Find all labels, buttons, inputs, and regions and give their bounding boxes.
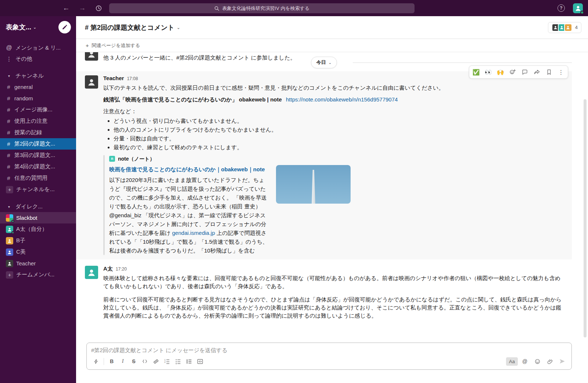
channel-item-questions[interactable]: #任意の質問用 [0,172,76,184]
channel-item-session2-active[interactable]: #第2回の課題文... [0,138,76,150]
add-channel-button[interactable]: +チャンネルを... [0,184,76,195]
slack-app: ← → 表象文化論特殊研究演習IV 内を検索する ? 表象文... ⌄ [0,0,588,383]
message-timestamp[interactable]: 17:08 [127,75,138,83]
channel-members-button[interactable]: 4 [548,22,581,33]
dm-section-header[interactable]: ▾ ダイレク... [0,201,76,212]
date-pill[interactable]: 今日 ⌄ [311,57,337,68]
history-clock-icon[interactable] [94,4,103,12]
channel-item-session3[interactable]: #第3回の課題文... [0,150,76,161]
reference-url-link[interactable]: https://note.com/obakeweb/n/n156d9577907… [286,96,398,103]
notes-label: 注意点など： [103,107,564,115]
dm-item-bko[interactable]: B子 [0,235,76,246]
at-icon: @ [6,44,12,51]
channel-title[interactable]: # 第2回の課題文献とコメント [85,23,175,32]
workspace-header[interactable]: 表象文... ⌄ [0,16,76,37]
strikethrough-button[interactable]: S [128,356,139,366]
code-block-button[interactable] [194,356,205,366]
avatar [6,248,13,256]
dots-vertical-icon: ⋮ [6,56,12,62]
sidebar-item-mentions[interactable]: @ メンション & リ... [0,42,76,53]
back-icon[interactable]: ← [62,4,71,12]
channel-item-session4[interactable]: #第4回の課題文... [0,161,76,172]
reference-line: 銭清弘「映画を倍速で見ることのなにがわるいのか」 obakeweb | note… [103,96,564,104]
card-inline-link[interactable]: gendai.ismedia.jp [172,230,215,236]
presence-indicator [11,231,14,234]
dm-label: Teacher [16,260,36,266]
bold-button[interactable]: B [106,356,117,366]
message-text: 以下のテキストを読んで、次回授業日の前日までに感想・疑問・意見・批判などのコメン… [103,84,564,92]
share-message-button[interactable] [531,67,543,78]
ordered-list-button[interactable]: 12 [161,356,172,366]
reply-thread-button[interactable] [519,67,531,78]
chevron-down-icon: ▾ [6,205,12,209]
avatar[interactable] [85,52,98,61]
chevron-down-icon: ⌄ [329,61,331,65]
message-ata: A太 17:20 映画体験として総称される様々な要素には、回復可能であるものと回… [76,261,572,323]
workspace-name[interactable]: 表象文... [6,23,31,32]
mention-button[interactable]: @ [519,356,530,366]
user-avatar[interactable] [573,3,583,13]
forward-icon[interactable]: → [78,4,87,12]
channel-item-general[interactable]: #general [0,81,76,93]
reference-title: 銭清弘「映画を倍速で見ることのなにがわるいのか」 obakeweb | note [103,96,282,103]
sidebar-item-label: その他 [15,56,32,62]
presence-indicator [11,220,14,223]
attach-file-button[interactable] [544,356,555,366]
plus-icon: + [86,42,89,49]
more-actions-button[interactable]: ⋮ [555,67,567,78]
dm-item-ata[interactable]: A太（自分） [0,223,76,235]
hash-icon: # [6,141,11,147]
message-input[interactable] [91,347,567,353]
avatar[interactable] [85,266,98,279]
blockquote-button[interactable] [183,356,194,366]
add-page-button[interactable]: + 関連ページを追加する [76,39,588,52]
quick-reaction-check[interactable]: ✅ [470,67,482,78]
link-button[interactable] [150,356,161,366]
formatting-toggle-button[interactable]: Aa [506,357,518,366]
toolbar-divider [104,358,104,365]
scrollbar[interactable] [584,99,587,337]
channel-label: 第3回の課題文... [14,152,55,159]
dm-label: B子 [16,237,25,244]
add-reaction-button[interactable] [506,67,519,78]
dm-item-teacher[interactable]: Teacher [0,258,76,269]
channel-item-class-records[interactable]: #授業の記録 [0,127,76,138]
shortcuts-lightning-icon[interactable] [90,356,101,366]
message-list: Teacher 17:05 他 3 人のメンバーと一緒に、#第2回の課題文献とコ… [76,52,588,341]
bullet-list-button[interactable] [172,356,183,366]
compose-button[interactable] [58,21,71,33]
italic-button[interactable]: I [117,356,128,366]
code-button[interactable] [139,356,150,366]
plus-icon: + [6,271,13,279]
channel-item-images[interactable]: #イメージ画像... [0,104,76,115]
avatar[interactable] [85,75,98,89]
dm-item-cmi[interactable]: C美 [0,246,76,258]
quick-reaction-eyes[interactable]: 👀 [482,67,494,78]
card-title-link[interactable]: 映画を倍速で見ることのなにがわるいのか｜obakeweb｜note [109,165,270,174]
channel-header: # 第2回の課題文献とコメント ⌄ 4 [76,16,588,39]
message-author[interactable]: Teacher [103,74,124,82]
sidebar-item-more[interactable]: ⋮ その他 [0,53,76,64]
message-timestamp[interactable]: 17:20 [116,265,127,273]
help-icon[interactable]: ? [557,4,565,12]
chevron-down-icon: ⌄ [177,25,180,30]
dm-item-slackbot[interactable]: Slackbot [0,212,76,223]
message-author[interactable]: A太 [103,265,113,273]
section-label: ダイレク... [15,203,43,210]
quick-reaction-hands[interactable]: 🙌 [494,67,506,78]
bullet-item: 分量・回数は自由です。 [114,135,564,143]
bookmark-icon[interactable] [543,67,555,78]
main-pane: # 第2回の課題文献とコメント ⌄ 4 + 関連ページを追加する [76,16,588,383]
channels-section-header[interactable]: ▾ チャンネル [0,70,76,81]
hash-icon: # [6,152,11,158]
sidebar: 表象文... ⌄ @ メンション & リ... ⋮ その他 ▾ チャンネル #g… [0,16,76,383]
emoji-button[interactable] [532,356,543,366]
member-avatar [564,24,572,32]
chevron-down-icon: ⌄ [33,25,36,30]
add-teammates-button[interactable]: +チームメンバ... [0,269,76,280]
channel-item-usage-notes[interactable]: #使用上の注意 [0,115,76,127]
send-button[interactable] [557,356,568,366]
search-bar[interactable]: 表象文化論特殊研究演習IV 内を検索する [109,3,415,13]
channel-item-random[interactable]: #random [0,93,76,104]
card-thumbnail-image[interactable] [276,165,351,204]
